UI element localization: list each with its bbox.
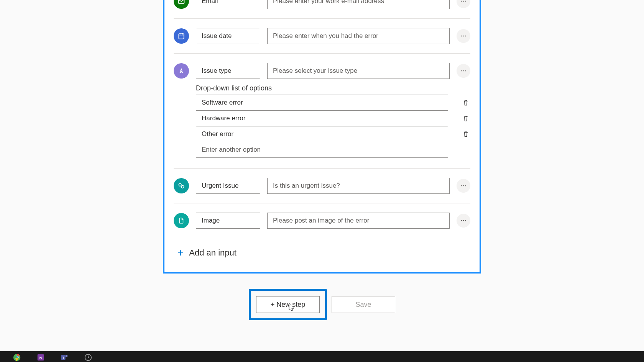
field-name-input[interactable]: Image xyxy=(196,213,260,229)
field-row-image: Image Please post an image of the error xyxy=(174,203,470,238)
field-more-button[interactable] xyxy=(457,64,470,78)
file-icon xyxy=(174,213,189,228)
svg-point-10 xyxy=(465,70,466,71)
email-icon xyxy=(174,0,189,9)
svg-point-9 xyxy=(463,70,464,71)
svg-point-15 xyxy=(465,185,466,186)
field-name-input[interactable]: Issue date xyxy=(196,28,260,44)
svg-point-12 xyxy=(181,185,184,188)
dropdown-option-row: Software error xyxy=(196,95,470,110)
delete-option-button[interactable] xyxy=(461,115,470,122)
field-row-issue-type: Issue type Please select your issue type xyxy=(174,54,470,84)
svg-point-7 xyxy=(465,36,466,36)
field-row-urgent-issue: Urgent Issue Is this an urgent issue? xyxy=(174,169,470,203)
dropdown-options-section: Drop-down list of options Software error… xyxy=(174,84,470,169)
field-more-button[interactable] xyxy=(457,29,470,43)
dropdown-option-row: Other error xyxy=(196,126,470,142)
onenote-icon[interactable]: N xyxy=(34,353,47,362)
field-name-input[interactable]: Urgent Issue xyxy=(196,178,260,194)
dropdown-new-option-input[interactable]: Enter another option xyxy=(196,142,448,158)
svg-point-6 xyxy=(463,36,464,36)
add-input-button[interactable]: + Add an input xyxy=(174,238,470,268)
field-name-input[interactable]: Issue type xyxy=(196,63,260,79)
field-more-button[interactable] xyxy=(457,214,470,228)
highlight-box: + New step xyxy=(249,289,327,320)
delete-option-button[interactable] xyxy=(461,130,470,138)
add-input-label: Add an input xyxy=(189,248,237,258)
svg-point-17 xyxy=(463,220,464,221)
chrome-icon[interactable] xyxy=(11,353,23,362)
calendar-icon xyxy=(174,28,189,44)
dropdown-option-input[interactable]: Other error xyxy=(196,126,448,142)
svg-point-2 xyxy=(463,1,464,2)
yesno-icon xyxy=(174,178,189,193)
flow-designer-canvas: Email Please enter your work e-mail addr… xyxy=(0,0,644,362)
field-placeholder-input[interactable]: Please enter when you had the error xyxy=(267,28,450,44)
svg-text:N: N xyxy=(39,355,42,360)
field-placeholder-input[interactable]: Please select your issue type xyxy=(267,63,450,79)
app-icon[interactable] xyxy=(82,353,94,362)
svg-point-25 xyxy=(66,355,68,357)
svg-point-1 xyxy=(461,1,462,2)
plus-icon: + xyxy=(177,247,184,259)
field-row-email: Email Please enter your work e-mail addr… xyxy=(174,0,470,19)
field-placeholder-input[interactable]: Is this an urgent issue? xyxy=(267,178,450,194)
delete-option-button[interactable] xyxy=(461,99,470,106)
svg-text:T: T xyxy=(62,356,64,360)
svg-point-14 xyxy=(463,185,464,186)
new-step-button[interactable]: + New step xyxy=(256,296,320,313)
dropdown-new-option-row: Enter another option xyxy=(196,142,470,157)
teams-icon[interactable]: T xyxy=(58,353,71,362)
dropdown-option-row: Hardware error xyxy=(196,110,470,126)
field-more-button[interactable] xyxy=(457,0,470,8)
svg-point-16 xyxy=(461,220,462,221)
save-button[interactable]: Save xyxy=(332,296,395,313)
field-name-input[interactable]: Email xyxy=(196,0,260,9)
text-icon xyxy=(174,63,189,79)
action-bar: + New step Save xyxy=(249,289,395,320)
field-placeholder-input[interactable]: Please post an image of the error xyxy=(267,213,450,229)
field-row-issue-date: Issue date Please enter when you had the… xyxy=(174,19,470,54)
field-more-button[interactable] xyxy=(457,179,470,193)
svg-point-11 xyxy=(179,183,181,186)
dropdown-option-input[interactable]: Hardware error xyxy=(196,110,448,126)
field-placeholder-input[interactable]: Please enter your work e-mail address xyxy=(267,0,450,9)
trigger-card: Email Please enter your work e-mail addr… xyxy=(163,0,481,274)
svg-point-13 xyxy=(461,185,462,186)
svg-point-3 xyxy=(465,1,466,2)
dropdown-option-input[interactable]: Software error xyxy=(196,95,448,111)
svg-rect-4 xyxy=(179,34,184,39)
svg-point-18 xyxy=(465,220,466,221)
dropdown-options-label: Drop-down list of options xyxy=(196,84,470,92)
svg-point-8 xyxy=(461,70,462,71)
windows-taskbar[interactable]: N T xyxy=(0,351,644,362)
svg-point-5 xyxy=(461,36,462,36)
